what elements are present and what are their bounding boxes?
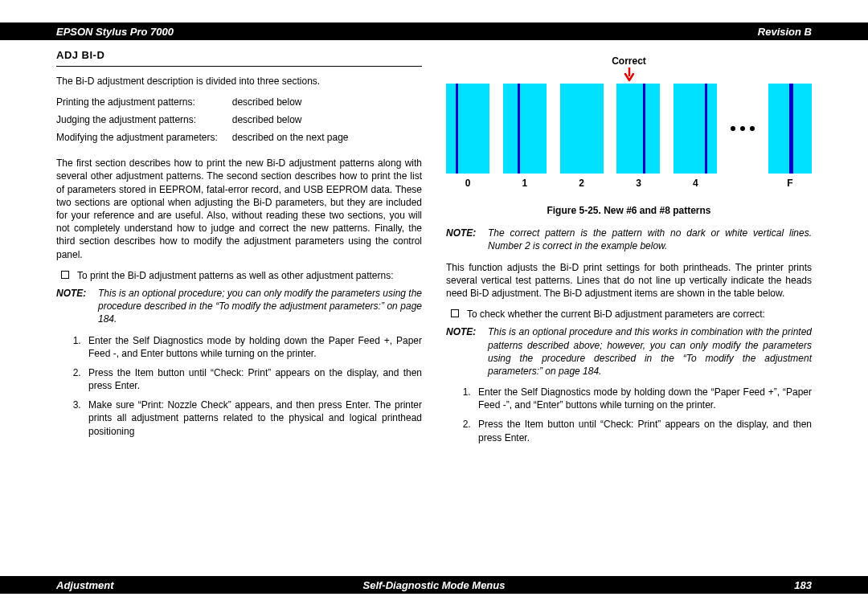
- table-val: described on the next page: [232, 131, 363, 149]
- note-block: NOTE: The correct pattern is the pattern…: [446, 227, 812, 252]
- pattern-4: [674, 84, 717, 174]
- table-val: described below: [232, 113, 363, 131]
- note-text: This is an optional procedure; you can o…: [98, 287, 422, 326]
- step-item: Press the Item button until “Check: Prin…: [84, 366, 422, 392]
- note-label: NOTE:: [446, 227, 488, 252]
- table-key: Judging the adjustment patterns:: [56, 113, 232, 131]
- note-block: NOTE: This is an optional procedure and …: [446, 325, 812, 378]
- table-row: Printing the adjustment patterns: descri…: [56, 96, 363, 113]
- table-key: Modifying the adjustment parameters:: [56, 131, 232, 149]
- bullet-text: To print the Bi-D adjustment patterns as…: [77, 269, 422, 282]
- checkbox-icon: [61, 271, 69, 279]
- pattern-f: [768, 84, 812, 174]
- header-left: EPSON Stylus Pro 7000: [56, 26, 174, 38]
- bullet-item: To check whether the current Bi-D adjust…: [446, 308, 812, 321]
- correct-label: Correct: [446, 55, 812, 67]
- section-title: ADJ BI-D: [56, 48, 422, 67]
- note-text: The correct pattern is the pattern with …: [488, 227, 812, 252]
- pattern-num: F: [768, 177, 812, 190]
- step-item: Make sure “Print: Nozzle Check” appears,…: [84, 398, 422, 438]
- table-row: Judging the adjustment patterns: describ…: [56, 113, 363, 131]
- arrow-down-icon: [624, 67, 635, 85]
- pattern-1: [503, 84, 547, 174]
- pattern-diagram: Correct: [446, 55, 812, 199]
- step-item: Enter the Self Diagnostics mode by holdi…: [84, 334, 422, 360]
- step-item: Enter the Self Diagnostics mode by holdi…: [473, 386, 812, 411]
- body-text: This function adjusts the Bi-D print set…: [446, 261, 812, 300]
- pattern-num: 0: [446, 177, 489, 190]
- pattern-num: 3: [616, 177, 660, 190]
- pattern-bars: [446, 84, 812, 174]
- steps-list: Enter the Self Diagnostics mode by holdi…: [56, 334, 422, 438]
- pattern-num: 1: [503, 177, 547, 190]
- table-key: Printing the adjustment patterns:: [56, 96, 232, 113]
- pattern-0: [446, 84, 489, 174]
- bullet-item: To print the Bi-D adjustment patterns as…: [56, 269, 422, 282]
- footer-right: 183: [794, 579, 812, 591]
- header-bar: EPSON Stylus Pro 7000 Revision B: [0, 22, 868, 40]
- pattern-numbers: 0 1 2 3 4 F: [446, 177, 812, 190]
- note-label: NOTE:: [56, 287, 98, 326]
- bullet-text: To check whether the current Bi-D adjust…: [467, 308, 812, 321]
- step-item: Press the Item button until “Check: Prin…: [473, 418, 812, 443]
- pattern-num: 2: [560, 177, 604, 190]
- note-label: NOTE:: [446, 325, 488, 378]
- pattern-2: [560, 84, 604, 174]
- footer-bar: Adjustment Self-Diagnostic Mode Menus 18…: [0, 576, 868, 594]
- page-body: ADJ BI-D The Bi-D adjustment description…: [56, 48, 812, 451]
- note-text: This is an optional procedure and this w…: [488, 325, 812, 378]
- table-row: Modifying the adjustment parameters: des…: [56, 131, 363, 149]
- pattern-3: [616, 84, 660, 174]
- note-block: NOTE: This is an optional procedure; you…: [56, 287, 422, 326]
- steps-list: Enter the Self Diagnostics mode by holdi…: [446, 386, 812, 444]
- body-text: The first section describes how to print…: [56, 157, 422, 261]
- header-right: Revision B: [758, 26, 812, 38]
- checkbox-icon: [451, 309, 459, 317]
- footer-center: Self-Diagnostic Mode Menus: [0, 579, 868, 591]
- right-column: Correct: [446, 48, 812, 451]
- ellipsis-icon: [731, 126, 755, 131]
- intro-text: The Bi-D adjustment description is divid…: [56, 75, 422, 88]
- figure-caption: Figure 5-25. New #6 and #8 patterns: [446, 204, 812, 217]
- table-val: described below: [232, 96, 363, 113]
- sections-table: Printing the adjustment patterns: descri…: [56, 96, 363, 149]
- left-column: ADJ BI-D The Bi-D adjustment description…: [56, 48, 422, 451]
- pattern-num: 4: [674, 177, 717, 190]
